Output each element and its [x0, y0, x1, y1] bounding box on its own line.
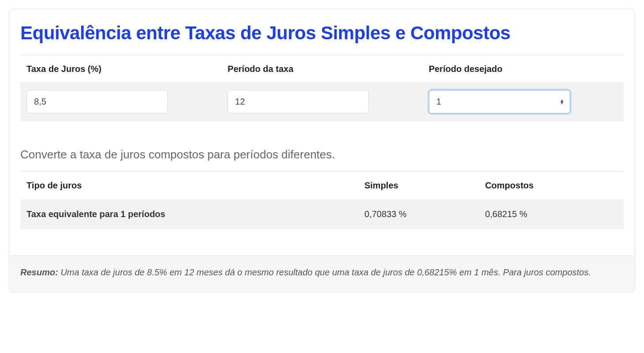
period-to-value: 1 [436, 97, 441, 106]
period-to-select[interactable]: 1 ▲▼ [429, 90, 570, 113]
stepper-icon: ▲▼ [560, 99, 564, 105]
result-simple-value: 0,70833 % [358, 199, 479, 229]
summary-footer: Resumo: Uma taxa de juros de 8.5% em 12 … [9, 255, 635, 292]
page-title: Equivalência entre Taxas de Juros Simple… [20, 23, 624, 44]
inputs-table: Taxa de Juros (%) Período da taxa Períod… [20, 55, 624, 121]
result-compound-value: 0,68215 % [479, 199, 624, 229]
summary-text: Uma taxa de juros de 8.5% em 12 meses dá… [58, 267, 591, 277]
period-to-label: Período desejado [423, 55, 624, 83]
results-header-type: Tipo de juros [20, 172, 358, 200]
results-header-compound: Compostos [479, 172, 624, 200]
rate-label: Taxa de Juros (%) [20, 55, 221, 83]
results-header-simple: Simples [358, 172, 479, 200]
results-table: Tipo de juros Simples Compostos Taxa equ… [20, 171, 624, 229]
calculator-card: Equivalência entre Taxas de Juros Simple… [9, 9, 635, 293]
description-text: Converte a taxa de juros compostos para … [20, 148, 624, 161]
rate-input[interactable] [27, 90, 168, 113]
period-from-input[interactable] [227, 90, 369, 113]
table-row: Taxa equivalente para 1 períodos 0,70833… [20, 199, 624, 229]
result-row-label: Taxa equivalente para 1 períodos [20, 199, 358, 229]
period-from-label: Período da taxa [221, 55, 422, 83]
summary-label: Resumo: [20, 267, 58, 277]
